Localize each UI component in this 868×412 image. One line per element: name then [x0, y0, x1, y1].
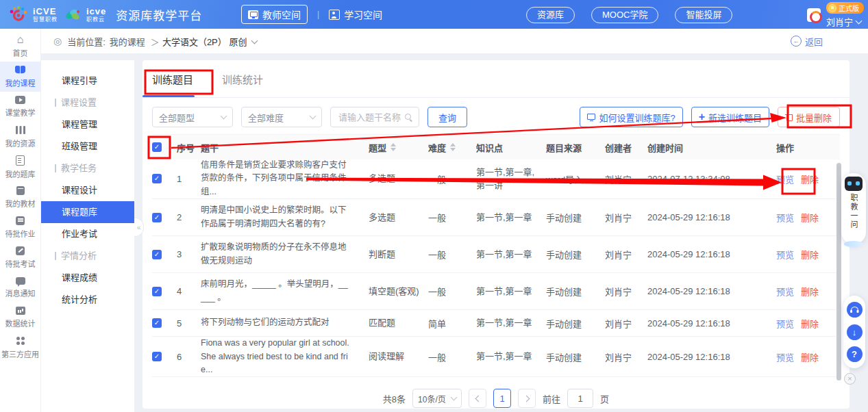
- add-training-questions-button[interactable]: + 新选训练题目: [691, 107, 769, 127]
- rail-item-data-stats[interactable]: 数据统计: [0, 302, 40, 333]
- rail-item-home[interactable]: ⌂首页: [0, 31, 40, 62]
- sidebar-item-course-question-bank[interactable]: 课程题库: [41, 201, 134, 223]
- delete-link[interactable]: 删除: [801, 211, 819, 224]
- sidebar-item-homework-exam[interactable]: 作业考试: [41, 223, 134, 245]
- sidebar-item-statistics-analysis[interactable]: 统计分析: [41, 289, 134, 311]
- sidebar-item-course-grades[interactable]: 课程成绩: [41, 267, 134, 289]
- sidebar-item-course-design[interactable]: 课程设计: [41, 179, 134, 201]
- sort-icon[interactable]: [390, 143, 396, 151]
- prev-page-button[interactable]: [469, 389, 486, 408]
- batch-delete-button[interactable]: 批量删除: [778, 107, 840, 127]
- third-party-apps-icon: [15, 336, 26, 346]
- nav-study-space[interactable]: 学习空间: [329, 8, 382, 21]
- course-sidebar: 课程引导 课程设置 课程管理 班级管理 教学任务 课程设计 课程题库 作业考试 …: [41, 60, 134, 412]
- sidebar-item-course-management[interactable]: 课程管理: [41, 114, 134, 136]
- row-checkbox[interactable]: ✓: [152, 213, 162, 222]
- nav-teacher-label: 教师空间: [262, 8, 301, 21]
- breadcrumb-root[interactable]: 我的课程: [110, 35, 145, 48]
- close-icon[interactable]: ×: [844, 373, 856, 385]
- preview-link[interactable]: 预览: [776, 211, 794, 224]
- row-checkbox[interactable]: ✓: [152, 287, 162, 296]
- customer-service-button[interactable]: [847, 302, 863, 318]
- table-row: ✓ 1 信用条件是销货企业要求赊购客户支付货款的条件，下列各项中属于信用条件组.…: [152, 159, 840, 199]
- question-stem: 将下列动物与它们的运动方式配对: [201, 316, 369, 329]
- preview-link[interactable]: 预览: [776, 172, 794, 185]
- page-size-select[interactable]: 10条/页: [412, 389, 462, 408]
- question-stem: An Act of Kindness I had nothing for bre…: [201, 382, 369, 385]
- main-content: 训练题目 训练统计 全部题型 全部难度 查询 如何设置训练题库? + 新选训练题…: [142, 60, 850, 409]
- preview-link[interactable]: 预览: [776, 248, 794, 261]
- row-checkbox[interactable]: ✓: [152, 318, 162, 328]
- rail-item-pending-homework[interactable]: 待批作业: [0, 212, 40, 242]
- stem-search-input[interactable]: [337, 112, 405, 123]
- preview-link[interactable]: 预览: [776, 350, 794, 363]
- row-checkbox[interactable]: ✓: [152, 352, 162, 361]
- total-count: 共8条: [383, 392, 406, 405]
- table-row: ✓ 3 扩散现象说明物质的分子在永不停息地做无规则运动 判断题 一般 第一节,第…: [152, 236, 840, 273]
- how-to-setup-button[interactable]: 如何设置训练题库?: [580, 107, 682, 127]
- rail-item-my-textbook[interactable]: 我的教材: [0, 182, 40, 212]
- tab-training-statistics[interactable]: 训练统计: [222, 72, 263, 86]
- rail-item-my-courses[interactable]: 我的课程: [0, 62, 40, 92]
- search-icon[interactable]: [405, 114, 412, 121]
- question-stem: 床前明月光，_____ 。举头望明月，_____ 。: [201, 278, 369, 305]
- table-row-partial: ✓ 7 An Act of Kindness I had nothing for…: [152, 377, 840, 385]
- question-stem: 明清是中国小说史上的繁荣时期。以下作品属于明清时期四大名著的有?: [201, 204, 369, 231]
- back-button[interactable]: ← 返回: [791, 35, 823, 48]
- nav-study-label: 学习空间: [344, 8, 382, 21]
- smart-cast-button[interactable]: 智能投屏: [675, 7, 732, 23]
- pending-exam-icon: [16, 246, 25, 255]
- version-badge: 正式版: [826, 2, 864, 14]
- column-stem: 题干: [201, 141, 369, 154]
- column-created: 创建时间: [647, 141, 776, 154]
- delete-link[interactable]: 删除: [801, 285, 819, 298]
- table-row: ✓ 2 明清是中国小说史上的繁荣时期。以下作品属于明清时期四大名著的有? 多选题…: [152, 199, 840, 236]
- preview-link[interactable]: 预览: [776, 317, 794, 330]
- goto-page-input[interactable]: [567, 389, 593, 408]
- help-button[interactable]: ?: [847, 346, 863, 362]
- resource-library-button[interactable]: 资源库: [526, 7, 575, 23]
- difficulty-select[interactable]: 全部难度: [241, 107, 322, 127]
- app-launcher-icon[interactable]: [807, 8, 821, 22]
- delete-link[interactable]: 删除: [801, 248, 819, 261]
- mooc-academy-button[interactable]: MOOC学院: [591, 7, 658, 23]
- sidebar-item-class-management[interactable]: 班级管理: [41, 136, 134, 157]
- sort-icon[interactable]: [450, 143, 456, 151]
- row-checkbox[interactable]: ✓: [152, 250, 162, 259]
- tab-training-questions[interactable]: 训练题目: [152, 72, 193, 86]
- rail-item-messages[interactable]: 消息通知: [0, 272, 40, 302]
- user-area: 正式版 刘肖宁: [807, 2, 864, 28]
- sidebar-section-learning-analysis: 学情分析: [41, 245, 134, 267]
- sidebar-item-course-guide[interactable]: 课程引导: [41, 70, 134, 92]
- user-menu[interactable]: 刘肖宁: [826, 15, 861, 28]
- stem-search-box: [330, 107, 419, 127]
- next-page-button[interactable]: [518, 389, 536, 408]
- my-question-bank-icon: [16, 155, 25, 166]
- assistant-widget[interactable]: 职教一问: [841, 173, 866, 244]
- course-switcher-caret-icon[interactable]: [251, 37, 258, 44]
- rail-item-classroom-teaching[interactable]: 课堂教学: [0, 92, 40, 122]
- rail-item-my-question-bank[interactable]: 我的题库: [0, 152, 40, 182]
- download-button[interactable]: ↓: [847, 324, 863, 340]
- scrollbar-thumb[interactable]: [836, 163, 841, 381]
- delete-link[interactable]: 删除: [801, 317, 819, 330]
- column-difficulty[interactable]: 难度: [428, 141, 476, 154]
- question-type-select[interactable]: 全部题型: [152, 107, 233, 127]
- breadcrumb-separator: ＞: [151, 35, 160, 48]
- filter-row: 全部题型 全部难度 查询 如何设置训练题库? + 新选训练题目 批量删除: [152, 107, 840, 127]
- delete-link[interactable]: 删除: [801, 350, 819, 363]
- page-number[interactable]: 1: [493, 389, 511, 408]
- select-all-checkbox[interactable]: ✓: [152, 142, 162, 152]
- pending-homework-icon: [16, 216, 25, 225]
- rail-item-pending-exam[interactable]: 待批考试: [0, 242, 40, 272]
- query-button[interactable]: 查询: [427, 107, 467, 127]
- rail-item-third-party-apps[interactable]: 第三方应用: [0, 333, 40, 363]
- column-ops: 操作: [776, 141, 840, 154]
- row-checkbox[interactable]: ✓: [152, 174, 162, 183]
- delete-link[interactable]: 删除: [801, 172, 819, 185]
- column-type[interactable]: 题型: [369, 141, 428, 154]
- preview-link[interactable]: 预览: [776, 285, 794, 298]
- table-row: ✓ 4 床前明月光，_____ 。举头望明月，_____ 。 填空题(客观) 一…: [152, 273, 840, 310]
- nav-teacher-space[interactable]: 教师空间: [241, 5, 308, 24]
- rail-item-my-resources[interactable]: 我的资源: [0, 122, 40, 152]
